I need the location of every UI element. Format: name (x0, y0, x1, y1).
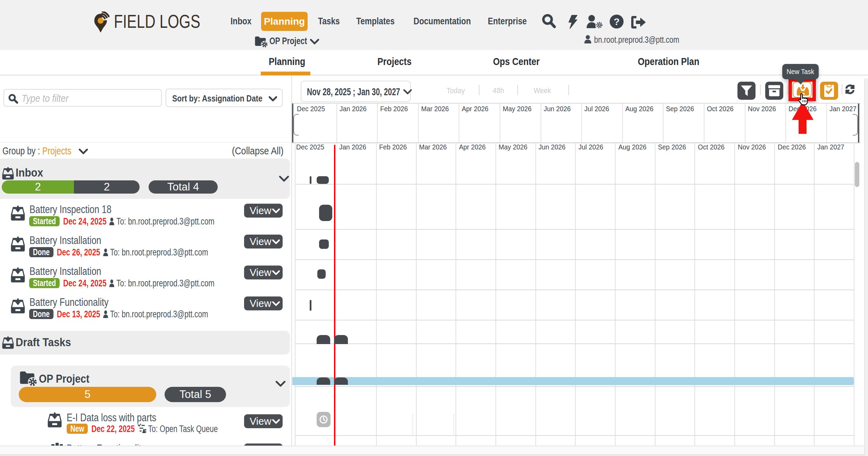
svg-text:?: ? (614, 16, 619, 27)
